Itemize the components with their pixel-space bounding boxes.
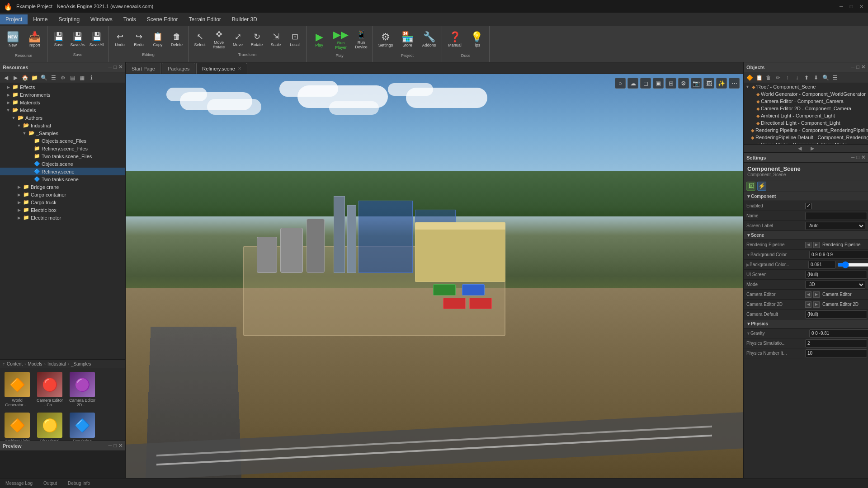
res-home-button[interactable]: 🏠 [21,74,29,82]
play-button[interactable]: ▶ Play [309,28,329,52]
screen-label-select[interactable]: Auto [805,222,865,230]
obj-tb-btn-10[interactable]: ☰ [831,74,839,82]
vp-fx-button[interactable]: ✨ [716,78,727,89]
preview-maximize-icon[interactable]: □ [113,443,117,449]
obj-ambient-light[interactable]: ◆ Ambient Light - Component_Light [744,112,868,119]
tree-item-refinery-files[interactable]: 📁Refinery.scene_Files [0,145,125,152]
ui-screen-input[interactable] [805,271,867,279]
menu-terrain-editor[interactable]: Terrain Editor [183,14,226,24]
obj-scroll-left[interactable]: ◀ [798,145,802,151]
asset-world-generator[interactable]: 🔶 World Generator -... [2,370,33,409]
tree-item-materials[interactable]: ▶ 📁Materials [0,99,125,106]
section-scene[interactable]: ▼ Scene [744,231,868,240]
bg-color-expand[interactable]: ▼ [746,253,750,257]
obj-tb-btn-5[interactable]: ↑ [783,74,792,82]
breadcrumb-up[interactable]: ↑ [3,361,5,366]
tree-item-samples[interactable]: ▼ 📂_Samples [0,129,125,137]
menu-scripting[interactable]: Scripting [53,14,85,24]
cam-editor-2d-arrow-btn[interactable]: ▶ [813,301,820,308]
save-button[interactable]: 💾 Save [50,28,67,51]
obj-game-mode[interactable]: ◆ Game Mode - Component_GameMode [744,141,868,144]
scale-button[interactable]: ⇲ Scale [267,28,284,51]
enabled-checkbox[interactable]: ✓ [805,203,811,209]
tab-start-page[interactable]: Start Page [126,63,161,74]
addons-button[interactable]: 🔧 Addons [419,28,439,52]
tree-item-electric-box[interactable]: ▶ 📁Electric box [0,206,125,214]
bg-color-input[interactable] [809,251,868,259]
preview-minimize-icon[interactable]: ─ [108,443,112,449]
menu-project[interactable]: Project [0,14,28,24]
asset-camera-editor-2d[interactable]: 🟣 Camera Editor 2D -... [67,370,98,409]
obj-camera-editor[interactable]: ◆ Camera Editor - Component_Camera [744,98,868,105]
mode-select[interactable]: 3D 2D [805,281,865,289]
tree-item-cargo-truck[interactable]: ▶ 📁Cargo truck [0,198,125,206]
save-all-button[interactable]: 💾 Save All [88,28,105,51]
tab-refinery-close-icon[interactable]: ✕ [238,66,241,71]
objects-maximize-icon[interactable]: □ [856,64,859,70]
tree-item-models[interactable]: ▼ 📂Models [0,106,125,114]
tree-item-industrial[interactable]: ▼ 📂Industrial [0,122,125,129]
preview-close-icon[interactable]: ✕ [118,443,123,449]
run-player-button[interactable]: ▶▶ Run Player [331,28,351,52]
close-button[interactable]: ✕ [858,3,864,9]
vp-camera-button[interactable]: 📷 [691,78,702,89]
status-output[interactable]: Output [42,480,59,487]
bg-color2-input[interactable] [808,261,835,269]
menu-tools[interactable]: Tools [118,14,142,24]
obj-directional-light[interactable]: ◆ Directional Light - Component_Light [744,119,868,127]
obj-tb-btn-6[interactable]: ↓ [793,74,801,82]
obj-rendering-pipeline-default[interactable]: ◆ RenderingPipeline Default - Component_… [744,134,868,141]
asset-rendering-pipeline[interactable]: 🔷 Rendering Pipeline -... [67,411,98,441]
menu-windows[interactable]: Windows [85,14,118,24]
vp-gizmo-button[interactable]: ⚙ [678,78,689,89]
phys-iter-input[interactable] [805,349,867,357]
res-info-button[interactable]: ℹ [87,74,95,82]
cam-editor-arrow-btn[interactable]: ▶ [813,291,820,298]
tree-item-objects-scene[interactable]: 🔷Objects.scene [0,160,125,168]
asset-directional-light[interactable]: 🟡 Directional Light - Com... [34,411,65,441]
vp-wireframe-button[interactable]: ⊞ [665,78,676,89]
tree-item-cargo-container[interactable]: ▶ 📁Cargo container [0,191,125,198]
name-input[interactable] [805,212,867,220]
delete-button[interactable]: 🗑 Delete [168,28,185,51]
vp-display-button[interactable]: ▣ [653,78,664,89]
vp-render-button[interactable]: 🖼 [703,78,714,89]
import-button[interactable]: 📥 Import [24,28,44,52]
res-view-list-button[interactable]: ▤ [68,74,76,82]
breadcrumb-industrial[interactable]: Industrial [47,361,66,366]
move-rotate-button[interactable]: ✥ Move Rotate [210,28,227,51]
objects-minimize-icon[interactable]: ─ [851,64,855,70]
tab-refinery-scene[interactable]: Refinery.scene ✕ [196,63,247,74]
tree-item-environments[interactable]: ▶ 📁Environments [0,91,125,99]
tree-item-twotanks-scene[interactable]: 🔷Two tanks.scene [0,175,125,183]
breadcrumb-content[interactable]: Content [7,361,23,366]
status-debug-info[interactable]: Debug Info [66,480,92,487]
manual-button[interactable]: ❓ Manual [445,28,465,52]
obj-rendering-pipeline[interactable]: ◆ Rendering Pipeline - Component_Renderi… [744,127,868,134]
tree-item-twotanks-files[interactable]: 📁Two tanks.scene_Files [0,152,125,160]
resources-minimize-icon[interactable]: ─ [108,64,112,70]
res-back-button[interactable]: ◀ [2,74,10,82]
obj-tb-btn-7[interactable]: ⬆ [802,74,811,82]
obj-root[interactable]: ▼ ◆ 'Root' - Component_Scene [744,83,868,90]
resources-close-icon[interactable]: ✕ [118,64,123,70]
obj-tb-btn-2[interactable]: 📋 [755,74,763,82]
res-view-grid-button[interactable]: ▦ [78,74,86,82]
new-button[interactable]: 🆕 New [3,28,23,52]
save-as-button[interactable]: 💾 Save As [69,28,86,51]
cam-editor-expand-btn[interactable]: ◀ [805,291,811,298]
cam-editor-2d-expand-btn[interactable]: ◀ [805,301,811,308]
tree-item-electric-motor[interactable]: ▶ 📁Electric motor [0,214,125,221]
phys-sim-input[interactable] [805,339,867,347]
res-new-folder-button[interactable]: 📁 [30,74,38,82]
res-forward-button[interactable]: ▶ [11,74,19,82]
res-settings-button[interactable]: ⚙ [59,74,67,82]
settings-icon-btn[interactable]: 🖼 [746,182,755,191]
vp-sphere-button[interactable]: ○ [615,78,626,89]
gravity-expand[interactable]: ▼ [746,331,750,336]
viewport[interactable]: ○ ☁ ◻ ▣ ⊞ ⚙ 📷 🖼 ✨ ⋯ [126,74,743,478]
settings-button[interactable]: ⚙ Settings [376,28,396,52]
render-pipe-arrow-btn[interactable]: ▶ [813,242,820,248]
res-search-button[interactable]: 🔍 [40,74,48,82]
settings-minimize-icon[interactable]: ─ [851,155,855,160]
